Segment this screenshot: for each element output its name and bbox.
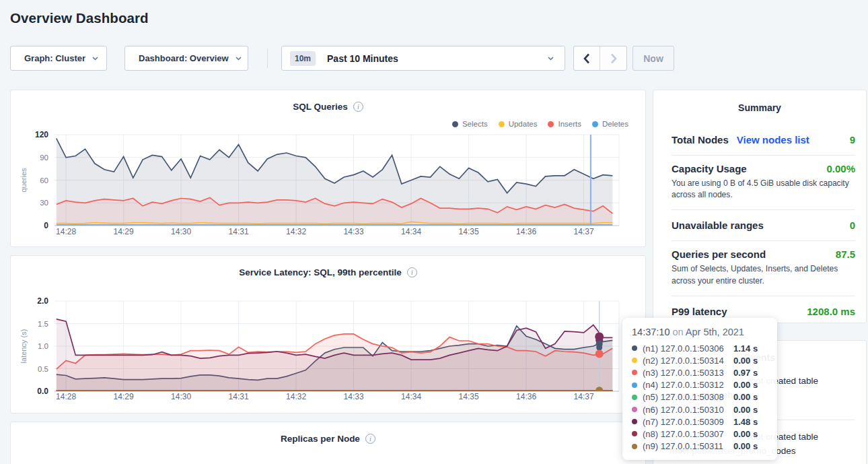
graph-dropdown-label: Graph: Cluster: [24, 53, 85, 63]
chevron-down-icon: [548, 57, 554, 61]
svg-text:0.0: 0.0: [37, 387, 48, 396]
svg-text:queries: queries: [20, 168, 28, 193]
summary-value: 0: [850, 220, 855, 230]
svg-text:14:33: 14:33: [344, 227, 364, 236]
chart-tooltip: 14:37:10 on Apr 5th, 2021 (n1) 127.0.0.1…: [622, 318, 777, 460]
svg-text:14:31: 14:31: [229, 392, 249, 401]
dashboard-dropdown[interactable]: Dashboard: Overview: [124, 46, 248, 71]
sql-queries-title: SQL Queries: [293, 102, 348, 112]
time-range-dropdown[interactable]: 10m Past 10 Minutes: [281, 46, 565, 71]
svg-text:0: 0: [44, 221, 48, 230]
summary-value: 87.5: [836, 249, 855, 259]
node-color-dot: [632, 431, 637, 436]
node-latency-value: 0.00 s: [733, 380, 758, 390]
svg-text:14:34: 14:34: [401, 392, 421, 401]
latency-chart[interactable]: 0.00.51.01.52.014:2814:2914:3014:3114:32…: [11, 292, 647, 408]
node-address: (n3) 127.0.0.1:50313: [643, 368, 729, 378]
controls-divider: [267, 48, 268, 68]
svg-text:14:35: 14:35: [459, 392, 479, 401]
svg-text:14:28: 14:28: [56, 227, 76, 236]
svg-text:90: 90: [40, 154, 48, 162]
svg-text:14:35: 14:35: [459, 227, 479, 236]
summary-label: Queries per second: [672, 249, 766, 259]
dashboard-dropdown-label: Dashboard: Overview: [139, 53, 229, 63]
svg-text:0.5: 0.5: [38, 365, 48, 373]
svg-text:14:37: 14:37: [574, 392, 594, 401]
svg-text:14:31: 14:31: [229, 227, 249, 236]
tooltip-node-row: (n6) 127.0.0.1:503100.00 s: [632, 403, 768, 416]
node-color-dot: [632, 395, 637, 400]
sql-queries-chart[interactable]: 030609012014:2814:2914:3014:3114:3214:33…: [11, 126, 647, 246]
tooltip-date: Apr 5th, 2021: [686, 327, 744, 337]
svg-text:14:32: 14:32: [286, 392, 306, 401]
chevron-left-icon: [583, 53, 590, 64]
next-time-button[interactable]: [600, 46, 626, 70]
node-address: (n8) 127.0.0.1:50307: [643, 429, 729, 439]
node-color-dot: [632, 419, 637, 424]
chevron-down-icon: [92, 57, 98, 61]
tooltip-node-row: (n8) 127.0.0.1:503070.00 s: [632, 428, 768, 440]
svg-text:120: 120: [35, 130, 48, 139]
node-address: (n5) 127.0.0.1:50308: [643, 392, 729, 402]
svg-text:14:34: 14:34: [401, 227, 421, 236]
node-address: (n9) 127.0.0.1:50311: [643, 441, 729, 451]
node-address: (n1) 127.0.0.1:50306: [643, 343, 729, 354]
summary-label: P99 latency: [672, 306, 727, 317]
node-address: (n6) 127.0.0.1:50310: [643, 405, 729, 415]
svg-text:14:32: 14:32: [286, 227, 306, 236]
chevron-down-icon: [236, 57, 242, 61]
chevron-right-icon: [610, 53, 617, 64]
node-color-dot: [632, 345, 637, 351]
tooltip-node-row: (n1) 127.0.0.1:503061.14 s: [632, 342, 768, 354]
prev-time-button[interactable]: [574, 46, 600, 70]
summary-row-unavailable: Unavailable ranges 0: [672, 210, 855, 241]
tooltip-node-row: (n4) 127.0.0.1:503120.00 s: [632, 379, 768, 391]
tooltip-timestamp: 14:37:10 on Apr 5th, 2021: [632, 327, 768, 337]
summary-row-capacity: Capacity Usage 0.00% You are using 0 B o…: [672, 156, 855, 210]
node-latency-value: 0.00 s: [733, 392, 758, 402]
node-color-dot: [632, 358, 637, 363]
node-color-dot: [632, 444, 637, 449]
info-icon[interactable]: i: [407, 267, 417, 277]
summary-desc: You are using 0 B of 4.5 GiB usable disk…: [672, 178, 855, 201]
info-icon[interactable]: i: [353, 102, 363, 112]
svg-text:14:36: 14:36: [516, 227, 536, 236]
svg-text:2.0: 2.0: [37, 296, 48, 306]
latency-panel: Service Latency: SQL, 99th percentile i …: [10, 255, 646, 413]
tooltip-on: on: [670, 327, 685, 337]
page-title: Overview Dashboard: [10, 10, 149, 26]
svg-text:1.5: 1.5: [38, 320, 48, 328]
node-color-dot: [632, 407, 637, 412]
summary-value: 0.00%: [826, 164, 855, 174]
node-color-dot: [632, 383, 637, 388]
node-latency-value: 0.00 s: [733, 356, 758, 366]
latency-title: Service Latency: SQL, 99th percentile: [239, 267, 402, 277]
summary-value: 9: [850, 135, 855, 145]
info-icon[interactable]: i: [365, 434, 375, 444]
svg-text:1.0: 1.0: [38, 342, 48, 350]
replicas-title: Replicas per Node: [281, 434, 360, 444]
time-range-label: Past 10 Minutes: [327, 53, 541, 64]
summary-label: Unavailable ranges: [672, 220, 764, 230]
node-color-dot: [632, 370, 637, 375]
svg-text:14:30: 14:30: [171, 227, 191, 236]
svg-text:60: 60: [40, 176, 48, 185]
summary-label: Total Nodes: [672, 135, 729, 145]
now-button[interactable]: Now: [632, 46, 674, 71]
node-latency-value: 1.48 s: [733, 417, 758, 427]
svg-text:14:33: 14:33: [344, 392, 364, 401]
summary-panel: Summary Total Nodes View nodes list 9 Ca…: [653, 90, 867, 323]
time-nav-arrows: [573, 46, 627, 71]
node-latency-value: 1.14 s: [733, 343, 758, 354]
node-latency-value: 0.00 s: [733, 441, 758, 451]
summary-title: Summary: [653, 102, 866, 113]
tooltip-node-row: (n5) 127.0.0.1:503080.00 s: [632, 391, 768, 403]
summary-row-total-nodes: Total Nodes View nodes list 9: [672, 125, 855, 156]
graph-dropdown[interactable]: Graph: Cluster: [10, 46, 107, 71]
tooltip-time: 14:37:10: [632, 327, 670, 337]
summary-row-qps: Queries per second 87.5 Sum of Selects, …: [672, 241, 855, 296]
node-latency-value: 0.00 s: [733, 429, 758, 439]
view-nodes-list-link[interactable]: View nodes list: [737, 135, 809, 145]
svg-text:14:29: 14:29: [114, 392, 134, 401]
tooltip-node-row: (n9) 127.0.0.1:503110.00 s: [632, 440, 768, 453]
